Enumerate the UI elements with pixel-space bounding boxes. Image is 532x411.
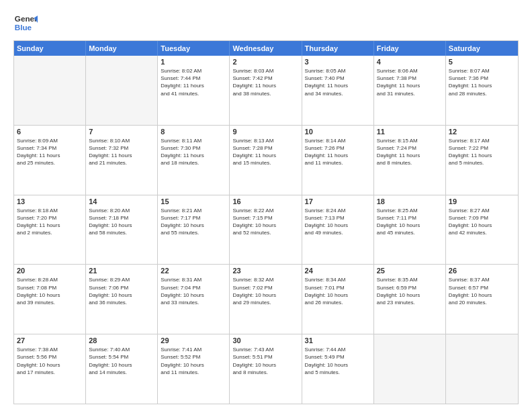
day-number: 11: [377, 128, 443, 136]
day-number: 30: [232, 336, 298, 345]
calendar-cell-27: 27Sunrise: 7:38 AMSunset: 5:56 PMDayligh…: [14, 334, 86, 404]
calendar-cell-empty: [446, 334, 518, 404]
calendar-cell-4: 4Sunrise: 8:06 AMSunset: 7:38 PMDaylight…: [374, 56, 446, 125]
cell-info: Sunrise: 8:10 AMSunset: 7:32 PMDaylight:…: [89, 137, 154, 167]
svg-text:General: General: [15, 14, 38, 23]
calendar-cell-18: 18Sunrise: 8:25 AMSunset: 7:11 PMDayligh…: [374, 195, 446, 265]
calendar-cell-5: 5Sunrise: 8:07 AMSunset: 7:36 PMDaylight…: [446, 56, 518, 125]
cell-info: Sunrise: 7:40 AMSunset: 5:54 PMDaylight:…: [89, 346, 154, 376]
cell-info: Sunrise: 7:44 AMSunset: 5:49 PMDaylight:…: [305, 346, 371, 376]
day-number: 1: [161, 58, 226, 66]
cell-info: Sunrise: 8:34 AMSunset: 7:01 PMDaylight:…: [305, 276, 371, 306]
cell-info: Sunrise: 8:29 AMSunset: 7:06 PMDaylight:…: [89, 276, 154, 306]
calendar-cell-19: 19Sunrise: 8:27 AMSunset: 7:09 PMDayligh…: [446, 195, 518, 265]
day-number: 14: [89, 197, 154, 205]
cell-info: Sunrise: 8:17 AMSunset: 7:22 PMDaylight:…: [449, 137, 515, 167]
calendar-cell-25: 25Sunrise: 8:35 AMSunset: 6:59 PMDayligh…: [374, 265, 446, 334]
cell-info: Sunrise: 7:41 AMSunset: 5:52 PMDaylight:…: [161, 346, 226, 376]
day-number: 8: [161, 128, 226, 136]
cell-info: Sunrise: 8:14 AMSunset: 7:26 PMDaylight:…: [305, 137, 371, 167]
weekday-header-monday: Monday: [86, 41, 158, 56]
calendar-cell-29: 29Sunrise: 7:41 AMSunset: 5:52 PMDayligh…: [158, 334, 230, 404]
calendar-cell-12: 12Sunrise: 8:17 AMSunset: 7:22 PMDayligh…: [446, 126, 518, 195]
calendar-cell-28: 28Sunrise: 7:40 AMSunset: 5:54 PMDayligh…: [86, 334, 158, 404]
calendar-cell-24: 24Sunrise: 8:34 AMSunset: 7:01 PMDayligh…: [302, 265, 374, 334]
day-number: 21: [89, 267, 154, 275]
day-number: 26: [449, 267, 515, 275]
cell-info: Sunrise: 8:11 AMSunset: 7:30 PMDaylight:…: [161, 137, 226, 167]
day-number: 16: [232, 197, 298, 205]
cell-info: Sunrise: 8:06 AMSunset: 7:38 PMDaylight:…: [377, 67, 443, 97]
day-number: 17: [305, 197, 371, 205]
day-number: 7: [89, 128, 154, 136]
calendar-row-1: 6Sunrise: 8:09 AMSunset: 7:34 PMDaylight…: [14, 125, 518, 195]
calendar-cell-30: 30Sunrise: 7:43 AMSunset: 5:51 PMDayligh…: [230, 334, 302, 404]
calendar-row-4: 27Sunrise: 7:38 AMSunset: 5:56 PMDayligh…: [14, 334, 518, 404]
weekday-header-wednesday: Wednesday: [230, 41, 302, 56]
logo-icon: General Blue: [13, 11, 38, 35]
calendar-cell-31: 31Sunrise: 7:44 AMSunset: 5:49 PMDayligh…: [302, 334, 374, 404]
day-number: 22: [161, 267, 226, 275]
day-number: 31: [305, 336, 371, 345]
calendar-cell-9: 9Sunrise: 8:13 AMSunset: 7:28 PMDaylight…: [230, 126, 302, 195]
calendar-cell-empty: [374, 334, 446, 404]
cell-info: Sunrise: 8:18 AMSunset: 7:20 PMDaylight:…: [17, 207, 83, 237]
day-number: 4: [377, 58, 443, 66]
cell-info: Sunrise: 8:13 AMSunset: 7:28 PMDaylight:…: [232, 137, 298, 167]
cell-info: Sunrise: 7:43 AMSunset: 5:51 PMDaylight:…: [232, 346, 298, 376]
weekday-header-friday: Friday: [374, 41, 446, 56]
calendar-row-2: 13Sunrise: 8:18 AMSunset: 7:20 PMDayligh…: [14, 195, 518, 265]
calendar-cell-1: 1Sunrise: 8:02 AMSunset: 7:44 PMDaylight…: [158, 56, 230, 125]
cell-info: Sunrise: 8:31 AMSunset: 7:04 PMDaylight:…: [161, 276, 226, 306]
day-number: 12: [449, 128, 515, 136]
day-number: 10: [305, 128, 371, 136]
day-number: 5: [449, 58, 515, 66]
cell-info: Sunrise: 8:28 AMSunset: 7:08 PMDaylight:…: [17, 276, 83, 306]
cell-info: Sunrise: 8:02 AMSunset: 7:44 PMDaylight:…: [161, 67, 226, 97]
cell-info: Sunrise: 7:38 AMSunset: 5:56 PMDaylight:…: [17, 346, 83, 376]
calendar-cell-13: 13Sunrise: 8:18 AMSunset: 7:20 PMDayligh…: [14, 195, 86, 265]
calendar-body: 1Sunrise: 8:02 AMSunset: 7:44 PMDaylight…: [14, 56, 518, 404]
calendar-cell-16: 16Sunrise: 8:22 AMSunset: 7:15 PMDayligh…: [230, 195, 302, 265]
calendar-cell-22: 22Sunrise: 8:31 AMSunset: 7:04 PMDayligh…: [158, 265, 230, 334]
calendar-cell-10: 10Sunrise: 8:14 AMSunset: 7:26 PMDayligh…: [302, 126, 374, 195]
cell-info: Sunrise: 8:37 AMSunset: 6:57 PMDaylight:…: [449, 276, 515, 306]
weekday-header-saturday: Saturday: [446, 41, 518, 56]
calendar-cell-empty: [14, 56, 86, 125]
calendar-cell-11: 11Sunrise: 8:15 AMSunset: 7:24 PMDayligh…: [374, 126, 446, 195]
calendar-cell-20: 20Sunrise: 8:28 AMSunset: 7:08 PMDayligh…: [14, 265, 86, 334]
day-number: 15: [161, 197, 226, 205]
day-number: 27: [17, 336, 83, 345]
calendar-cell-6: 6Sunrise: 8:09 AMSunset: 7:34 PMDaylight…: [14, 126, 86, 195]
calendar: SundayMondayTuesdayWednesdayThursdayFrid…: [13, 40, 519, 404]
cell-info: Sunrise: 8:27 AMSunset: 7:09 PMDaylight:…: [449, 207, 515, 237]
cell-info: Sunrise: 8:32 AMSunset: 7:02 PMDaylight:…: [232, 276, 298, 306]
cell-info: Sunrise: 8:07 AMSunset: 7:36 PMDaylight:…: [449, 67, 515, 97]
day-number: 25: [377, 267, 443, 275]
cell-info: Sunrise: 8:22 AMSunset: 7:15 PMDaylight:…: [232, 207, 298, 237]
day-number: 9: [232, 128, 298, 136]
day-number: 19: [449, 197, 515, 205]
day-number: 3: [305, 58, 371, 66]
calendar-cell-3: 3Sunrise: 8:05 AMSunset: 7:40 PMDaylight…: [302, 56, 374, 125]
day-number: 18: [377, 197, 443, 205]
day-number: 6: [17, 128, 83, 136]
day-number: 29: [161, 336, 226, 345]
calendar-cell-empty: [86, 56, 158, 125]
cell-info: Sunrise: 8:05 AMSunset: 7:40 PMDaylight:…: [305, 67, 371, 97]
cell-info: Sunrise: 8:35 AMSunset: 6:59 PMDaylight:…: [377, 276, 443, 306]
weekday-header-thursday: Thursday: [302, 41, 374, 56]
day-number: 13: [17, 197, 83, 205]
day-number: 28: [89, 336, 154, 345]
calendar-cell-15: 15Sunrise: 8:21 AMSunset: 7:17 PMDayligh…: [158, 195, 230, 265]
cell-info: Sunrise: 8:15 AMSunset: 7:24 PMDaylight:…: [377, 137, 443, 167]
calendar-cell-23: 23Sunrise: 8:32 AMSunset: 7:02 PMDayligh…: [230, 265, 302, 334]
cell-info: Sunrise: 8:24 AMSunset: 7:13 PMDaylight:…: [305, 207, 371, 237]
cell-info: Sunrise: 8:09 AMSunset: 7:34 PMDaylight:…: [17, 137, 83, 167]
weekday-header-tuesday: Tuesday: [158, 41, 230, 56]
calendar-header: SundayMondayTuesdayWednesdayThursdayFrid…: [14, 41, 518, 56]
logo: General Blue: [13, 11, 38, 35]
calendar-cell-2: 2Sunrise: 8:03 AMSunset: 7:42 PMDaylight…: [230, 56, 302, 125]
weekday-header-sunday: Sunday: [14, 41, 86, 56]
cell-info: Sunrise: 8:20 AMSunset: 7:18 PMDaylight:…: [89, 207, 154, 237]
